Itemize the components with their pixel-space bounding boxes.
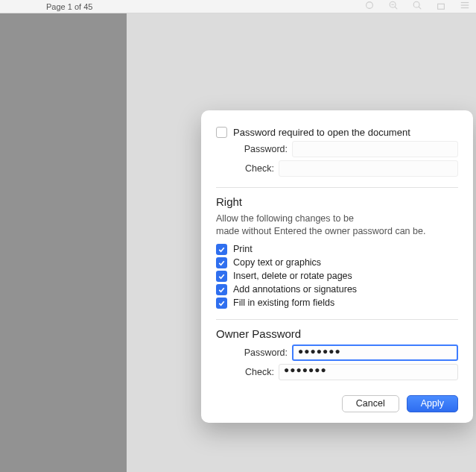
zoom-out-icon[interactable] — [388, 0, 399, 13]
owner-password-title: Owner Password — [216, 327, 458, 340]
owner-password-label: Password: — [229, 347, 288, 358]
svg-line-2 — [395, 7, 397, 9]
svg-line-5 — [419, 7, 421, 9]
view-icon[interactable] — [364, 0, 375, 13]
separator — [216, 187, 458, 188]
perm-annotate[interactable]: Add annotations or signatures — [216, 284, 458, 295]
perm-formfill[interactable]: Fill in existing form fields — [216, 298, 458, 309]
perm-label: Fill in existing form fields — [233, 298, 334, 308]
perm-label: Copy text or graphics — [233, 257, 321, 268]
toolbar-right-icons — [364, 0, 470, 13]
open-password-label: Password: — [229, 144, 288, 154]
checkbox-checked-icon[interactable] — [216, 244, 227, 255]
owner-password-check-input[interactable]: ●●●●●●● — [279, 364, 458, 380]
checkbox-checked-icon[interactable] — [216, 257, 227, 268]
page-indicator: Page 1 of 45 — [46, 2, 92, 11]
top-toolbar: Page 1 of 45 — [0, 0, 476, 13]
separator — [216, 319, 458, 320]
perm-copy[interactable]: Copy text or graphics — [216, 257, 458, 268]
open-password-check-input[interactable] — [279, 160, 458, 177]
perm-label: Add annotations or signatures — [233, 284, 357, 295]
svg-point-0 — [366, 2, 373, 9]
checkbox-checked-icon[interactable] — [216, 284, 227, 295]
perm-print[interactable]: Print — [216, 244, 458, 255]
perm-label: Insert, delete or rotate pages — [233, 271, 352, 281]
share-icon[interactable] — [436, 0, 446, 13]
open-password-check-label: Check: — [216, 163, 274, 174]
svg-rect-6 — [438, 4, 445, 9]
rights-section-title: Right — [216, 195, 458, 208]
open-password-checkbox-label: Password required to open the document — [233, 127, 410, 138]
menu-icon[interactable] — [460, 0, 470, 13]
checkbox-checked-icon[interactable] — [216, 298, 227, 309]
security-dialog: Password required to open the document P… — [201, 110, 473, 423]
perm-insert[interactable]: Insert, delete or rotate pages — [216, 271, 458, 282]
checkbox-checked-icon[interactable] — [216, 271, 227, 282]
open-password-checkbox-row[interactable]: Password required to open the document — [216, 127, 458, 138]
cancel-button[interactable]: Cancel — [342, 395, 399, 412]
rights-description: Allow the following changes to be made w… — [216, 213, 458, 238]
owner-password-input[interactable]: ●●●●●●● — [292, 344, 458, 361]
thumbnail-sidebar[interactable] — [0, 13, 127, 472]
zoom-in-icon[interactable] — [412, 0, 422, 13]
open-password-checkbox[interactable] — [216, 127, 227, 138]
svg-point-4 — [413, 1, 419, 7]
open-password-input[interactable] — [292, 141, 458, 157]
owner-password-check-label: Check: — [216, 367, 274, 377]
apply-button[interactable]: Apply — [407, 395, 458, 412]
perm-label: Print — [233, 244, 253, 254]
